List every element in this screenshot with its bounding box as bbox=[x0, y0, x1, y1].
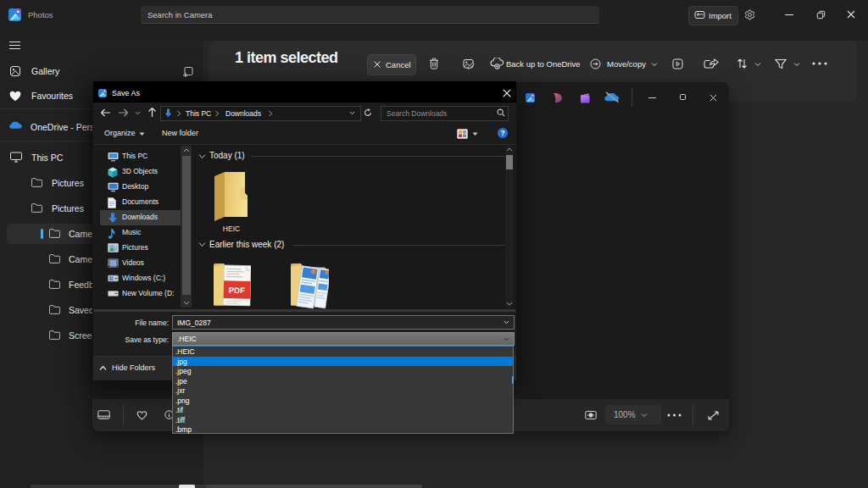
svg-text:?: ? bbox=[500, 129, 504, 137]
svg-text:PDF: PDF bbox=[229, 286, 245, 295]
